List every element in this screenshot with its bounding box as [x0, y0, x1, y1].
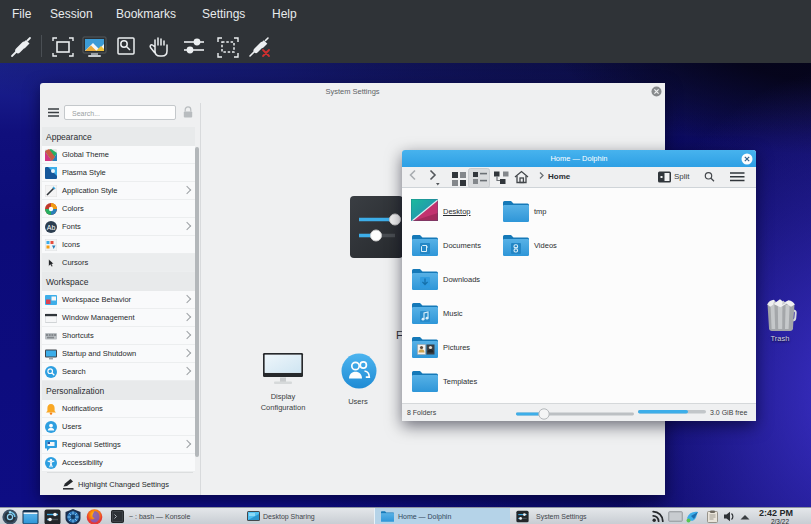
svg-text:Home: Home [548, 172, 571, 181]
svg-text:Split: Split [674, 172, 690, 181]
svg-text:Ab: Ab [46, 224, 55, 231]
